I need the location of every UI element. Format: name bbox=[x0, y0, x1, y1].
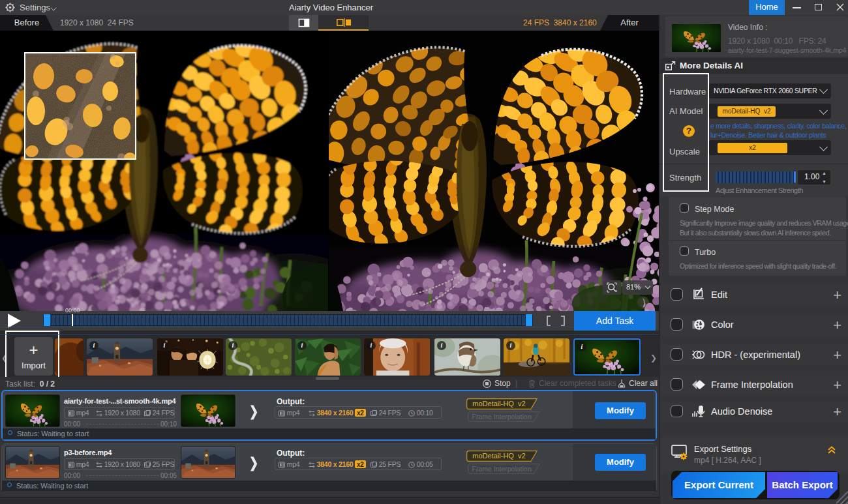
svg-text:Frame Interpolation: Frame Interpolation bbox=[472, 413, 531, 421]
svg-text:Frame Interpolation: Frame Interpolation bbox=[472, 465, 531, 473]
svg-text:moDetail-HQ v2: moDetail-HQ v2 bbox=[472, 452, 525, 460]
svg-text:moDetail-HQ v2: moDetail-HQ v2 bbox=[472, 400, 525, 408]
